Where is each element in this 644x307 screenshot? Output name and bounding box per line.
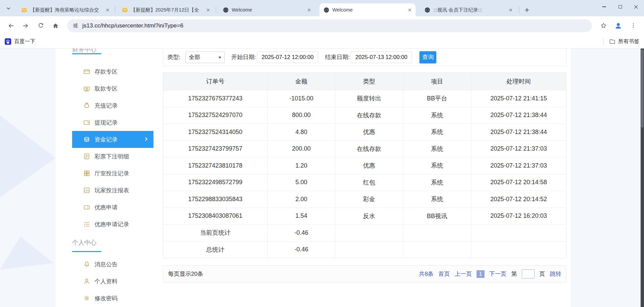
- tab-title: 【新提醒】2025年7月12日【全: [131, 7, 205, 13]
- table-cell: -1015.00: [268, 90, 335, 107]
- sidebar-item-promo-record[interactable]: 优惠申请记录: [72, 216, 153, 233]
- table-cell: 2.00: [268, 191, 335, 208]
- all-bookmarks-button[interactable]: 所有书签: [603, 38, 639, 45]
- section-underline: [72, 53, 101, 54]
- table-cell: [403, 241, 471, 258]
- page-scrollbar[interactable]: [641, 49, 644, 307]
- coins-icon: [83, 136, 90, 143]
- baidu-favicon-icon: [5, 38, 11, 45]
- jump-prefix-label: 第: [511, 270, 517, 278]
- end-date-input[interactable]: [351, 52, 412, 63]
- sidebar-item-label: 资金记录: [95, 136, 118, 143]
- sidebar-item-label: 优惠申请记录: [95, 220, 129, 228]
- home-button[interactable]: [49, 19, 62, 32]
- tab-close-icon[interactable]: [406, 6, 413, 13]
- sidebar-item-label: 消息公告: [95, 261, 118, 268]
- sidebar-item-hall-bet-record[interactable]: 厅室投注记录: [72, 165, 153, 182]
- table-cell: 优惠: [335, 157, 403, 174]
- jump-button[interactable]: 跳转: [550, 270, 561, 278]
- sidebar-item-label: 玩家投注报表: [95, 187, 129, 194]
- funds-record-table: 订单号 金额 类型 项目 处理时间 1752327675377243 -1015…: [163, 73, 566, 258]
- search-button[interactable]: 查询: [419, 51, 436, 63]
- tab-forum-1[interactable]: 【新提醒】海燕策略论坛综合交: [17, 3, 113, 16]
- table-cell: [403, 224, 471, 241]
- decor-triangle: [0, 236, 54, 270]
- sidebar-item-cashout-record[interactable]: 提现记录: [72, 114, 153, 131]
- table-cell: 4.80: [268, 123, 335, 140]
- tab-betting-record[interactable]: :::视讯 会员下注纪录:::: [420, 3, 517, 16]
- table-cell: 800.00: [268, 107, 335, 124]
- table-cell: 红包: [335, 174, 403, 191]
- tab-title: Welcome: [332, 7, 406, 13]
- minimize-button[interactable]: [596, 0, 612, 14]
- page-size-text: 每页显示20条: [168, 270, 203, 278]
- table-cell: [471, 241, 566, 258]
- minimize-icon: [602, 6, 606, 7]
- table-cell: 2025-07-12 21:41:15: [471, 90, 566, 107]
- tab-forum-2[interactable]: 【新提醒】2025年7月12日【全: [118, 3, 214, 16]
- sidebar-item-announcements[interactable]: 消息公告: [72, 256, 153, 273]
- forward-button[interactable]: [19, 19, 32, 32]
- sidebar-item-profile[interactable]: 个人资料: [72, 273, 153, 290]
- table-cell: 系统: [403, 140, 471, 157]
- grid-icon: [83, 170, 90, 177]
- first-page-link[interactable]: 首页: [438, 270, 450, 278]
- tab-search-button[interactable]: [4, 4, 13, 13]
- type-select[interactable]: 全部: [185, 52, 225, 63]
- sidebar-item-deposit-zone[interactable]: 存款专区: [72, 63, 153, 80]
- sidebar-item-funds-record[interactable]: 资金记录: [72, 131, 153, 148]
- bank-card-icon: [83, 68, 90, 75]
- bookmark-baidu[interactable]: 百度一下: [5, 38, 35, 45]
- browser-window: 【新提醒】海燕策略论坛综合交 【新提醒】2025年7月12日【全 Welcome: [0, 0, 644, 307]
- tab-welcome-2-active[interactable]: Welcome: [319, 3, 416, 16]
- sidebar-item-recharge-record[interactable]: 充值记录: [72, 97, 153, 114]
- refresh-button[interactable]: [34, 19, 47, 32]
- decor-triangle: [0, 115, 56, 197]
- sidebar-item-change-password[interactable]: 修改密码: [72, 290, 153, 307]
- sidebar-item-promo-apply[interactable]: 优惠申请: [72, 199, 153, 216]
- table-cell: 优惠: [335, 123, 403, 140]
- tab-close-icon[interactable]: [205, 6, 211, 13]
- bookmark-star-button[interactable]: [597, 19, 610, 32]
- sidebar-item-withdraw-zone[interactable]: 取款专区: [72, 80, 153, 97]
- table-cell: -0.46: [268, 241, 335, 258]
- sidebar-item-player-bet-report[interactable]: 玩家投注报表: [72, 182, 153, 199]
- menu-button[interactable]: [627, 19, 640, 32]
- close-window-button[interactable]: [628, 0, 644, 14]
- current-page-indicator[interactable]: 1: [477, 270, 484, 278]
- table-cell: 2025-07-12 21:37:03: [471, 140, 566, 157]
- section-underline: [72, 251, 101, 252]
- next-page-link[interactable]: 下一页: [489, 270, 506, 278]
- url-bar[interactable]: js13.cc/hhcp/usercenter.html?iniType=6: [67, 19, 592, 32]
- sidebar-item-lottery-bet-detail[interactable]: 彩票下注明细: [72, 148, 153, 165]
- site-settings-icon[interactable]: [72, 23, 78, 28]
- maximize-icon: [619, 5, 622, 8]
- profile-button[interactable]: [612, 19, 625, 32]
- all-bookmarks-label: 所有书签: [618, 38, 639, 45]
- back-arrow-icon: [7, 22, 15, 30]
- scrollbar-thumb[interactable]: [641, 50, 644, 128]
- maximize-button[interactable]: [612, 0, 628, 14]
- tab-welcome-1[interactable]: Welcome: [219, 3, 315, 16]
- start-date-input[interactable]: [257, 52, 318, 63]
- table-cell: BB视讯: [403, 208, 471, 225]
- prev-page-link[interactable]: 上一页: [455, 270, 472, 278]
- table-cell: 200.00: [268, 140, 335, 157]
- table-cell: 2025-07-12 20:14:58: [471, 174, 566, 191]
- tab-close-icon[interactable]: [306, 6, 312, 13]
- table-cell: BB平台: [403, 90, 471, 107]
- star-icon: [600, 22, 607, 29]
- chevron-right-icon: [143, 136, 149, 144]
- tab-close-icon[interactable]: [104, 6, 111, 13]
- table-header-cell: 处理时间: [471, 73, 566, 90]
- tab-close-icon[interactable]: [507, 6, 514, 13]
- table-header-row: 订单号 金额 类型 项目 处理时间: [163, 73, 566, 90]
- new-tab-button[interactable]: [522, 5, 532, 15]
- sidebar-menu: 财务中心 存款专区 取款专区: [72, 49, 153, 307]
- table-header-cell: 订单号: [163, 73, 268, 90]
- table-cell: 1.20: [268, 157, 335, 174]
- profile-avatar-icon: [614, 22, 622, 30]
- back-button[interactable]: [4, 19, 17, 32]
- page-jump-input[interactable]: [522, 269, 535, 279]
- table-cell: 1.54: [268, 208, 335, 225]
